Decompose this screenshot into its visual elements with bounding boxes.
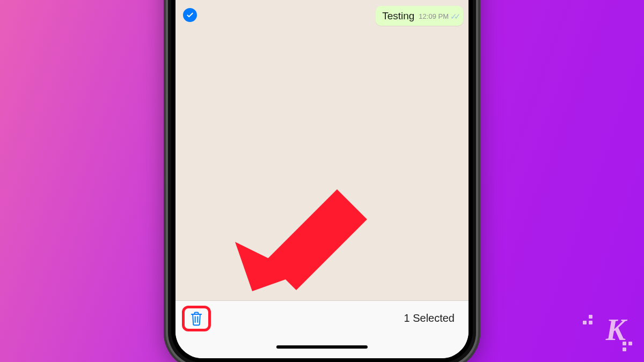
home-indicator[interactable] [276, 345, 368, 349]
message-meta: 12:09 PM ✓✓ [419, 12, 458, 21]
watermark-dots-icon [623, 342, 632, 351]
delete-button[interactable] [189, 311, 204, 327]
selection-count-label: 1 Selected [404, 312, 455, 324]
bubble-wrap: Testing 12:09 PM ✓✓ [204, 6, 463, 26]
app-screen: ████████ 12:09 PM ✓✓ [175, 0, 469, 358]
message-row[interactable]: Testing 12:09 PM ✓✓ [175, 4, 469, 28]
delivered-ticks-icon: ✓✓ [450, 12, 458, 21]
message-time: 12:09 PM [419, 12, 449, 20]
selection-toolbar: 1 Selected [175, 300, 469, 336]
home-indicator-area [175, 336, 469, 358]
phone-inner: ████████ 12:09 PM ✓✓ [171, 0, 473, 362]
chat-area: ████████ 12:09 PM ✓✓ [175, 0, 469, 300]
message-row[interactable]: Just doing something for my job, will de… [175, 0, 469, 1]
message-text: Testing [382, 10, 414, 21]
watermark-dots-icon [583, 315, 592, 324]
phone-frame: ████████ 12:09 PM ✓✓ [164, 0, 480, 362]
annotation-highlight-box [182, 306, 211, 331]
check-icon [186, 11, 194, 19]
message-bubble[interactable]: Testing 12:09 PM ✓✓ [376, 6, 463, 26]
trash-icon [189, 311, 204, 327]
watermark-logo: K [606, 313, 625, 347]
select-circle-checked-icon[interactable] [183, 8, 197, 22]
